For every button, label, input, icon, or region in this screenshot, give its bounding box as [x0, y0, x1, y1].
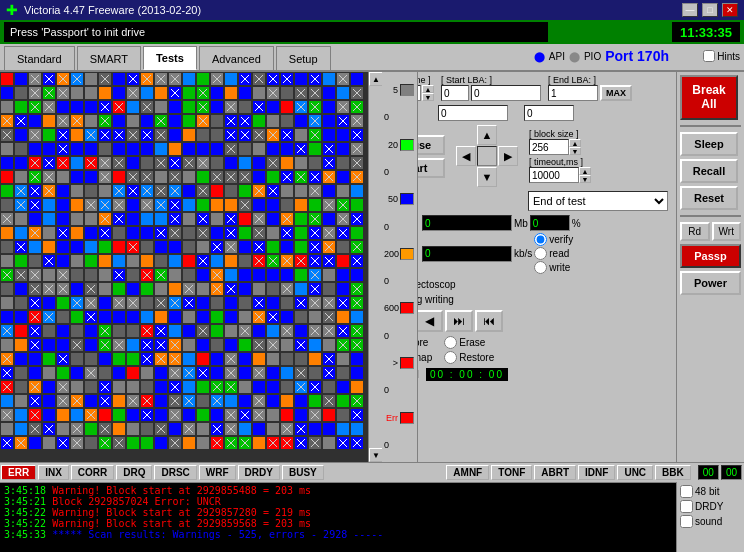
recall-button[interactable]: Recall	[680, 159, 738, 183]
status-dropdown[interactable]: End of test	[528, 191, 668, 211]
tab-standard[interactable]: Standard	[4, 46, 75, 70]
toolbar: Press 'Passport' to init drive 11:33:35	[0, 20, 744, 44]
erase-option[interactable]: Erase	[444, 336, 494, 349]
abrt-indicator[interactable]: ABRT	[534, 465, 576, 480]
arrow-down-btn[interactable]: ▼	[477, 167, 497, 187]
rd-button[interactable]: Rd	[680, 222, 710, 241]
log-line-2: 3:45:22 Warning! Block start at 29298572…	[4, 507, 672, 518]
tab-advanced[interactable]: Advanced	[199, 46, 274, 70]
arrow-left-btn[interactable]: ◀	[456, 146, 476, 166]
read-option[interactable]: read	[534, 247, 573, 260]
lba-zero-input[interactable]	[438, 105, 508, 121]
block-size-label: [ block size ]	[529, 129, 591, 139]
scan-count-600: 600	[384, 302, 415, 314]
tab-tests[interactable]: Tests	[143, 46, 197, 70]
sleep-button[interactable]: Sleep	[680, 132, 738, 156]
top-params-row: [ End time ] ▲ ▼ [ Start LBA: ]	[385, 75, 673, 101]
reset-button[interactable]: Reset	[680, 186, 738, 210]
unc-indicator[interactable]: UNC	[617, 465, 653, 480]
minimize-button[interactable]: —	[682, 3, 698, 17]
scroll-track	[369, 86, 382, 448]
inx-indicator[interactable]: INX	[38, 465, 69, 480]
bit48-option[interactable]: 48 bit	[680, 485, 741, 498]
drdy-option[interactable]: DRDY	[680, 500, 741, 513]
kbs-unit: kb/s	[514, 248, 532, 259]
tab-setup[interactable]: Setup	[276, 46, 331, 70]
block-up-btn[interactable]: ▲	[569, 139, 581, 147]
counters-area: 00 00	[696, 463, 744, 482]
back-btn[interactable]: ◀	[415, 310, 443, 332]
app-title: Victoria 4.47 Freeware (2013-02-20)	[24, 4, 201, 16]
tab-smart[interactable]: SMART	[77, 46, 141, 70]
scan-counts-panel: 5 0 20 0 50 0 200	[382, 72, 418, 462]
tonf-indicator[interactable]: TONF	[491, 465, 532, 480]
drive-label: Press 'Passport' to init drive	[4, 22, 548, 42]
count-5-value: 0	[384, 112, 415, 122]
passp-button[interactable]: Passp	[680, 244, 741, 268]
block-timeout-group: [ block size ] ▲ ▼ [ timeout,ms ]	[529, 129, 591, 183]
timeout-input[interactable]	[529, 167, 579, 183]
max-button[interactable]: MAX	[600, 85, 632, 101]
break-all-button[interactable]: Break All	[680, 75, 738, 120]
bbk-indicator[interactable]: BBK	[655, 465, 691, 480]
timeout-down-btn[interactable]: ▼	[579, 175, 591, 183]
scan-count-err: Err	[384, 412, 415, 424]
scan-count-5: 5	[384, 84, 415, 96]
scan-count-200: 200	[384, 248, 415, 260]
main-area: ▲ ▼ [ End time ] ▲ ▼	[0, 72, 744, 462]
err-indicator[interactable]: ERR	[1, 465, 36, 480]
arrow-control: ▲ ◀ ▶ ▼	[456, 125, 518, 187]
hints-checkbox[interactable]	[703, 50, 715, 62]
start-lba-value[interactable]	[471, 85, 541, 101]
write-option[interactable]: write	[534, 261, 573, 274]
disk-grid-canvas[interactable]	[0, 72, 376, 462]
end-btn[interactable]: ⏮	[475, 310, 503, 332]
port-text: Port 170h	[605, 48, 669, 64]
log-line-4: 3:45:33 ***** Scan results: Warnings - 5…	[4, 529, 672, 540]
status-row-panel: End of test	[385, 191, 673, 211]
start-lba-input[interactable]	[441, 85, 469, 101]
pct-progress-bar: 0	[530, 215, 570, 231]
restore-option[interactable]: Restore	[444, 351, 494, 364]
block-size-input[interactable]	[529, 139, 569, 155]
mb-progress-bar: 0	[422, 215, 512, 231]
end-lba-zero-input[interactable]	[524, 105, 574, 121]
restore-button[interactable]: □	[702, 3, 718, 17]
timeout-label: [ timeout,ms ]	[529, 157, 591, 167]
wrt-button[interactable]: Wrt	[712, 222, 742, 241]
power-button[interactable]: Power	[680, 271, 741, 295]
amnf-indicator[interactable]: AMNF	[446, 465, 489, 480]
scroll-down-btn[interactable]: ▼	[369, 448, 383, 462]
drsc-indicator[interactable]: DRSC	[154, 465, 196, 480]
hints-area[interactable]: Hints	[703, 50, 740, 62]
sound-option[interactable]: sound	[680, 515, 741, 528]
close-button[interactable]: ✕	[722, 3, 738, 17]
end-lba-input[interactable]	[548, 85, 598, 101]
port-area: ⬤ API ⬤ PIO Port 170h	[534, 48, 669, 64]
verify-option[interactable]: verify	[534, 233, 573, 246]
time-down-btn[interactable]: ▼	[422, 93, 434, 101]
title-bar: ✚ Victoria 4.47 Freeware (2013-02-20) — …	[0, 0, 744, 20]
drq-indicator[interactable]: DRQ	[116, 465, 152, 480]
kbs-bar: 0	[422, 246, 512, 262]
arrow-up-btn[interactable]: ▲	[477, 125, 497, 145]
right-sidebar: Break All Sleep Recall Reset Rd Wrt Pass…	[676, 72, 744, 462]
start-lba-label: [ Start LBA: ]	[441, 75, 541, 85]
arrow-right-btn[interactable]: ▶	[498, 146, 518, 166]
timeout-up-btn[interactable]: ▲	[579, 167, 591, 175]
block-down-btn[interactable]: ▼	[569, 147, 581, 155]
skip-btn[interactable]: ⏭	[445, 310, 473, 332]
count-50-value: 0	[384, 222, 415, 232]
count-200-value: 0	[384, 276, 415, 286]
corr-indicator[interactable]: CORR	[71, 465, 114, 480]
scroll-up-btn[interactable]: ▲	[369, 72, 383, 86]
arrow-center	[477, 146, 497, 166]
wrf-indicator[interactable]: WRF	[199, 465, 236, 480]
time-up-btn[interactable]: ▲	[422, 85, 434, 93]
drdy-indicator[interactable]: DRDY	[238, 465, 280, 480]
idnf-indicator[interactable]: IDNF	[578, 465, 615, 480]
count-err-value: 0	[384, 440, 415, 450]
log-output: 3:45:18 Warning! Block start at 29298554…	[0, 482, 676, 552]
busy-indicator[interactable]: BUSY	[282, 465, 324, 480]
scan-count-50: 50	[384, 193, 415, 205]
